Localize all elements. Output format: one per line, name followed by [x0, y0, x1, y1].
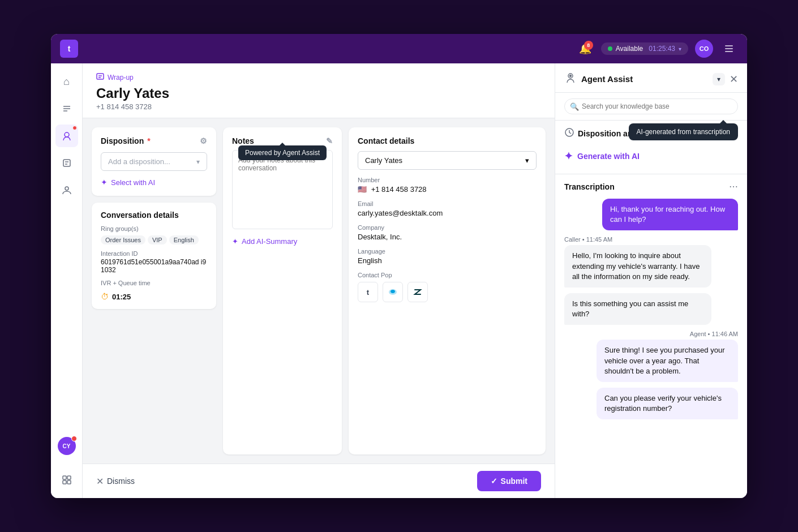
app-logo: t	[60, 40, 78, 58]
status-timer: 01:25:43	[649, 45, 675, 53]
svg-point-6	[65, 132, 69, 137]
left-sidebar: ⌂	[51, 63, 83, 498]
caller-label-1: Caller • 11:45 AM	[564, 236, 738, 243]
notification-badge: 8	[584, 41, 593, 50]
content-area: Wrap-up Carly Yates +1 814 458 3728 Disp…	[83, 63, 555, 498]
status-chevron: ▾	[679, 46, 681, 52]
knowledge-base-search-input[interactable]	[564, 98, 738, 114]
contact-number-value: 🇺🇸 +1 814 458 3728	[358, 185, 537, 194]
disposition-dropdown[interactable]: Add a disposition... ▾	[101, 152, 207, 171]
transcription-more-button[interactable]: ⋯	[729, 181, 738, 192]
top-bar: t 🔔 8 Available 01:25:43 ▾ CO	[51, 34, 747, 63]
agent-assist-close-button[interactable]: ✕	[730, 73, 738, 85]
contact-details-title: Contact details	[358, 136, 537, 145]
agent-message-3: Can you please verify your vehicle's reg…	[564, 388, 738, 419]
svg-rect-15	[97, 74, 104, 79]
tag-english: English	[169, 235, 199, 244]
tag-vip: VIP	[148, 235, 167, 244]
wrapup-icon	[96, 72, 104, 82]
contact-pop-t-icon[interactable]: t	[358, 282, 378, 302]
contact-pop-salesforce-icon[interactable]	[383, 282, 403, 302]
interaction-id-value: 6019761d51e055001a9aa740ad i91032	[101, 258, 207, 274]
svg-point-20	[570, 75, 572, 77]
interaction-id-label: Interaction ID	[101, 250, 207, 257]
notes-menu-icon[interactable]: ✎	[326, 136, 333, 145]
disposition-summary-icon	[564, 127, 574, 140]
contact-phone-header: +1 814 458 3728	[96, 102, 541, 111]
svg-rect-7	[63, 160, 70, 166]
svg-rect-2	[725, 51, 733, 52]
svg-point-10	[65, 187, 68, 190]
status-dot	[608, 46, 612, 51]
sidebar-avatar-badge	[71, 436, 77, 441]
contact-pop-zendesk-icon[interactable]	[407, 282, 428, 302]
submit-check-icon: ✓	[491, 477, 497, 486]
availability-status[interactable]: Available 01:25:43 ▾	[601, 42, 688, 55]
agent-bubble-1: Hi, thank you for reaching out. How can …	[602, 199, 738, 230]
caller-bubble-1: Hello, I'm looking to inquire about exte…	[564, 245, 711, 288]
transcription-section: Transcription ⋯ Hi, thank you for reachi…	[555, 174, 747, 498]
sidebar-item-contacts[interactable]	[55, 179, 78, 201]
contact-pop-icons-row: t	[358, 282, 537, 302]
required-star: *	[147, 136, 150, 145]
dismiss-x-icon: ✕	[96, 476, 104, 487]
disposition-info-icon[interactable]: ⚙	[200, 136, 207, 145]
contact-name-dropdown[interactable]: Carly Yates ▾	[358, 151, 537, 170]
agent-label-2: Agent • 11:46 AM	[690, 331, 738, 337]
sidebar-item-home[interactable]: ⌂	[55, 70, 78, 93]
caller-bubble-2: Is this something you can assist me with…	[564, 293, 711, 325]
agent-assist-dropdown-button[interactable]: ▾	[713, 73, 725, 85]
transcription-title: Transcription	[564, 182, 615, 191]
add-ai-stars-icon: ✦	[232, 237, 238, 246]
svg-rect-11	[63, 476, 66, 479]
notes-title: Notes ✎	[232, 136, 333, 145]
panels-area: Disposition * ⚙ Add a disposition... ▾ ✦…	[83, 118, 555, 464]
contact-details-panel: Contact details Carly Yates ▾ Number 🇺🇸 …	[349, 127, 546, 454]
conv-details-title: Conversation details	[101, 211, 207, 220]
dropdown-chevron-icon: ▾	[196, 158, 200, 166]
user-avatar-button[interactable]: CO	[695, 40, 713, 58]
contact-dropdown-chevron: ▾	[525, 156, 529, 165]
contact-email-field: Email carly.yates@desktalk.com	[358, 200, 537, 217]
agent-bubble-3: Can you please verify your vehicle's reg…	[597, 388, 738, 419]
agent-assist-panel: Agent Assist ▾ ✕ 🔍 AI-generated from tra…	[555, 63, 747, 498]
svg-rect-0	[725, 45, 733, 46]
add-ai-summary-button[interactable]: ✦ Add AI-Summary	[232, 237, 333, 246]
generate-stars-icon: ✦	[564, 150, 573, 162]
notes-panel: Powered by Agent Assist Notes ✎ ✦ Add AI…	[223, 127, 342, 454]
status-label: Available	[616, 45, 643, 53]
sidebar-item-list[interactable]	[55, 97, 78, 120]
agent-assist-bot-icon	[564, 71, 577, 87]
agent-bubble-2: Sure thing! I see you purchased your veh…	[597, 340, 738, 382]
ai-generated-tooltip: AI-generated from transcription	[629, 123, 738, 140]
svg-rect-13	[63, 480, 66, 484]
contact-name-header: Carly Yates	[96, 85, 541, 101]
tag-list: Order Issues VIP English	[101, 235, 207, 244]
ivr-time-value: 01:25	[112, 293, 131, 301]
select-with-ai-button[interactable]: ✦ Select with AI	[101, 178, 207, 187]
wrapup-label: Wrap-up	[96, 72, 541, 82]
svg-rect-12	[67, 476, 71, 479]
sidebar-item-apps[interactable]	[55, 469, 78, 491]
contact-company-field: Company Desktalk, Inc.	[358, 224, 537, 241]
sidebar-item-agent[interactable]	[55, 125, 78, 147]
agent-message-1: Hi, thank you for reaching out. How can …	[564, 199, 738, 230]
user-sidebar-avatar[interactable]: CY	[58, 437, 76, 455]
notes-textarea[interactable]	[232, 150, 333, 229]
svg-rect-14	[67, 480, 71, 484]
disposition-panel: Disposition * ⚙ Add a disposition... ▾ ✦…	[92, 127, 216, 196]
generate-with-ai-button[interactable]: ✦ Generate with AI	[564, 145, 738, 167]
dismiss-button[interactable]: ✕ Dismiss	[96, 476, 135, 487]
contact-number-field: Number 🇺🇸 +1 814 458 3728	[358, 177, 537, 194]
conversation-details-panel: Conversation details Ring group(s) Order…	[92, 203, 216, 309]
agent-assist-header: Agent Assist ▾ ✕	[555, 63, 747, 93]
ai-stars-icon: ✦	[101, 178, 108, 187]
submit-button[interactable]: ✓ Submit	[477, 471, 541, 491]
sidebar-item-tasks[interactable]	[55, 152, 78, 174]
caller-message-2: Is this something you can assist me with…	[564, 293, 738, 325]
agent-assist-title: Agent Assist	[581, 74, 708, 84]
transcription-header: Transcription ⋯	[564, 181, 738, 192]
notification-button[interactable]: 🔔 8	[576, 40, 594, 58]
menu-button[interactable]	[720, 40, 738, 58]
wrapup-text: Wrap-up	[108, 74, 134, 81]
